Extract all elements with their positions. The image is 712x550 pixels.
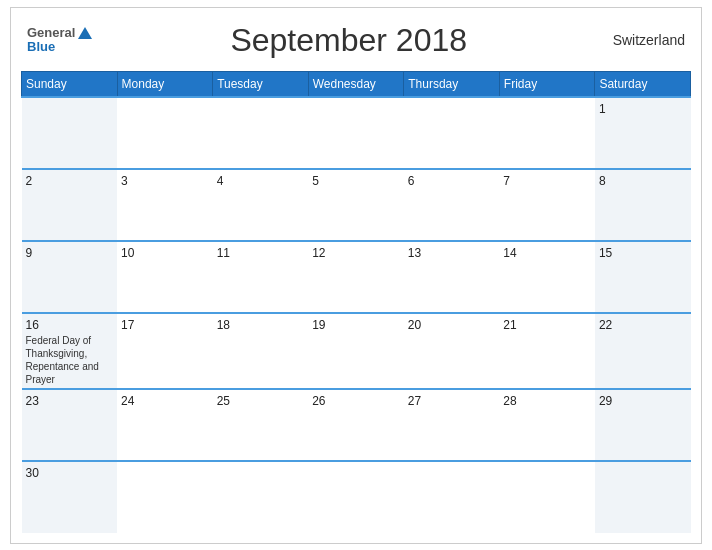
calendar-week-row: 30 [22,461,691,533]
calendar-week-row: 1 [22,97,691,169]
calendar-cell [213,461,309,533]
day-number: 8 [599,174,687,188]
calendar-cell [22,97,118,169]
day-number: 19 [312,318,400,332]
day-number: 5 [312,174,400,188]
calendar-week-row: 2345678 [22,169,691,241]
calendar-cell: 7 [499,169,595,241]
calendar-cell: 27 [404,389,500,461]
calendar-cell: 15 [595,241,691,313]
day-number: 27 [408,394,496,408]
day-number: 12 [312,246,400,260]
header-thursday: Thursday [404,71,500,97]
calendar-cell: 1 [595,97,691,169]
calendar-cell: 29 [595,389,691,461]
day-number: 1 [599,102,687,116]
day-number: 26 [312,394,400,408]
day-number: 2 [26,174,114,188]
calendar-cell: 26 [308,389,404,461]
calendar-cell: 12 [308,241,404,313]
event-label: Federal Day of Thanksgiving, Repentance … [26,334,114,386]
calendar-title: September 2018 [92,22,605,59]
day-number: 4 [217,174,305,188]
logo: General Blue [27,26,92,55]
calendar-cell: 30 [22,461,118,533]
header-tuesday: Tuesday [213,71,309,97]
calendar-cell [117,97,213,169]
calendar-cell: 28 [499,389,595,461]
calendar-cell: 20 [404,313,500,389]
calendar-cell: 3 [117,169,213,241]
calendar-cell: 18 [213,313,309,389]
calendar-header: General Blue September 2018 Switzerland [21,18,691,63]
day-number: 17 [121,318,209,332]
weekday-header-row: Sunday Monday Tuesday Wednesday Thursday… [22,71,691,97]
calendar-cell: 5 [308,169,404,241]
calendar-cell: 11 [213,241,309,313]
calendar-week-row: 9101112131415 [22,241,691,313]
day-number: 21 [503,318,591,332]
day-number: 20 [408,318,496,332]
calendar-cell: 23 [22,389,118,461]
calendar-cell [499,461,595,533]
day-number: 15 [599,246,687,260]
calendar-cell: 6 [404,169,500,241]
calendar-cell [499,97,595,169]
calendar-cell: 14 [499,241,595,313]
day-number: 18 [217,318,305,332]
calendar-cell [308,97,404,169]
header-saturday: Saturday [595,71,691,97]
calendar-cell: 10 [117,241,213,313]
calendar-cell: 8 [595,169,691,241]
day-number: 3 [121,174,209,188]
header-monday: Monday [117,71,213,97]
calendar-cell: 22 [595,313,691,389]
day-number: 13 [408,246,496,260]
day-number: 7 [503,174,591,188]
calendar-cell: 4 [213,169,309,241]
logo-triangle-icon [78,27,92,39]
header-wednesday: Wednesday [308,71,404,97]
calendar-cell [404,461,500,533]
day-number: 28 [503,394,591,408]
calendar-cell [308,461,404,533]
day-number: 25 [217,394,305,408]
day-number: 24 [121,394,209,408]
calendar-cell: 21 [499,313,595,389]
day-number: 22 [599,318,687,332]
header-friday: Friday [499,71,595,97]
day-number: 10 [121,246,209,260]
calendar-cell: 17 [117,313,213,389]
calendar-week-row: 16Federal Day of Thanksgiving, Repentanc… [22,313,691,389]
calendar-cell: 19 [308,313,404,389]
day-number: 30 [26,466,114,480]
calendar-table: Sunday Monday Tuesday Wednesday Thursday… [21,71,691,533]
day-number: 29 [599,394,687,408]
calendar-cell: 25 [213,389,309,461]
day-number: 11 [217,246,305,260]
day-number: 9 [26,246,114,260]
day-number: 14 [503,246,591,260]
calendar-cell [213,97,309,169]
calendar-cell [595,461,691,533]
calendar-cell: 24 [117,389,213,461]
country-label: Switzerland [605,32,685,48]
day-number: 6 [408,174,496,188]
header-sunday: Sunday [22,71,118,97]
calendar-cell: 16Federal Day of Thanksgiving, Repentanc… [22,313,118,389]
calendar-cell: 13 [404,241,500,313]
logo-general-text: General [27,26,75,40]
calendar-week-row: 23242526272829 [22,389,691,461]
day-number: 23 [26,394,114,408]
calendar-cell: 2 [22,169,118,241]
calendar-cell [404,97,500,169]
calendar: General Blue September 2018 Switzerland … [10,7,702,544]
day-number: 16 [26,318,114,332]
calendar-cell [117,461,213,533]
logo-blue-text: Blue [27,40,92,54]
calendar-cell: 9 [22,241,118,313]
